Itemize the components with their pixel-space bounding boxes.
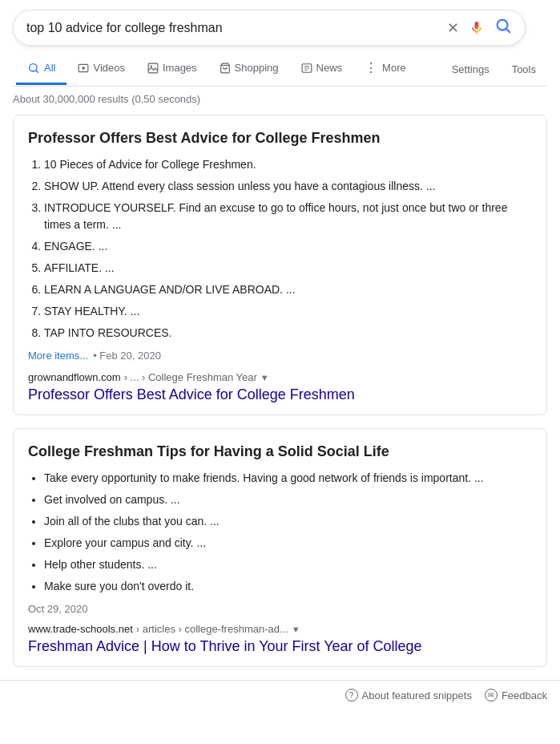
result-list-2: Take every opportunity to make friends. …: [28, 470, 532, 595]
about-snippets-item[interactable]: ? About featured snippets: [345, 689, 472, 702]
list-item: ENGAGE. ...: [44, 238, 532, 255]
list-item: STAY HEALTHY. ...: [44, 303, 532, 320]
more-items-link[interactable]: More items...: [28, 350, 88, 362]
tab-all[interactable]: All: [16, 54, 66, 85]
clear-icon[interactable]: ✕: [447, 19, 459, 37]
list-item: Join all of the clubs that you can. ...: [44, 513, 532, 530]
result-source-2: www.trade-schools.net › articles › colle…: [28, 623, 532, 635]
settings-link[interactable]: Settings: [444, 55, 498, 83]
list-item: Get involved on campus. ...: [44, 491, 532, 508]
main-content: Professor Offers Best Advice for College…: [0, 115, 560, 667]
tab-more[interactable]: ⋮ More: [353, 52, 417, 86]
question-icon: ?: [345, 689, 358, 702]
result-title-2: College Freshman Tips for Having a Solid…: [28, 443, 532, 460]
list-item: LEARN A LANGUAGE AND/OR LIVE ABROAD. ...: [44, 281, 532, 298]
tab-images[interactable]: Images: [136, 54, 208, 84]
results-info: About 30,000,000 results (0.50 seconds): [0, 87, 560, 115]
result-source-1: grownandflown.com › ... › College Freshm…: [28, 371, 532, 383]
svg-line-1: [506, 29, 510, 32]
list-item: 10 Pieces of Advice for College Freshmen…: [44, 156, 532, 173]
search-bar: ✕: [13, 10, 526, 46]
all-icon: [27, 62, 40, 75]
result-list-1: 10 Pieces of Advice for College Freshmen…: [28, 156, 532, 342]
svg-line-3: [36, 70, 38, 72]
source-arrow-1[interactable]: ▼: [260, 373, 269, 382]
nav-right: Settings Tools: [444, 55, 544, 83]
list-item: Explore your campus and city. ...: [44, 535, 532, 552]
result-date-2: Oct 29, 2020: [28, 603, 532, 615]
list-item: Help other students. ...: [44, 556, 532, 573]
footer: ? About featured snippets ✉ Feedback: [0, 680, 560, 710]
tab-videos[interactable]: Videos: [66, 54, 136, 84]
result-link-1[interactable]: Professor Offers Best Advice for College…: [28, 386, 355, 402]
source-domain-1: grownandflown.com: [28, 371, 121, 383]
result-card-1: Professor Offers Best Advice for College…: [13, 115, 547, 415]
svg-marker-5: [83, 66, 86, 70]
nav-tabs: All Videos Images Shopping: [13, 52, 547, 87]
tab-news[interactable]: News: [290, 54, 354, 84]
feedback-label: Feedback: [502, 689, 547, 702]
tools-link[interactable]: Tools: [504, 55, 544, 83]
more-items-date: • Feb 20, 2020: [93, 350, 161, 362]
svg-rect-6: [148, 63, 158, 73]
shopping-icon: [220, 63, 231, 74]
search-input[interactable]: [26, 21, 447, 35]
result-card-2: College Freshman Tips for Having a Solid…: [13, 428, 547, 667]
about-snippets-label: About featured snippets: [362, 689, 472, 702]
feedback-item[interactable]: ✉ Feedback: [485, 689, 547, 702]
list-item: TAP INTO RESOURCES.: [44, 325, 532, 342]
list-item: SHOW UP. Attend every class session unle…: [44, 178, 532, 195]
result-title-1: Professor Offers Best Advice for College…: [28, 130, 532, 147]
search-icons: ✕: [447, 17, 512, 38]
news-icon: [301, 63, 312, 74]
images-icon: [147, 63, 159, 74]
header: ✕: [0, 0, 560, 87]
tab-shopping[interactable]: Shopping: [208, 54, 290, 84]
microphone-icon[interactable]: [469, 20, 485, 36]
search-button[interactable]: [494, 17, 512, 38]
source-domain-2: www.trade-schools.net: [28, 623, 133, 635]
source-arrow-2[interactable]: ▼: [292, 625, 300, 634]
more-dots-icon: ⋮: [365, 60, 378, 75]
list-item: INTRODUCE YOURSELF. Find an excuse to go…: [44, 200, 532, 233]
list-item: Take every opportunity to make friends. …: [44, 470, 532, 487]
videos-icon: [78, 63, 89, 74]
source-path-2: › articles › college-freshman-ad...: [136, 623, 288, 635]
svg-point-7: [150, 65, 151, 67]
more-items-row: More items... • Feb 20, 2020: [28, 350, 532, 362]
result-link-2[interactable]: Freshman Advice | How to Thrive in Your …: [28, 638, 422, 654]
source-path-1: › ... › College Freshman Year: [124, 371, 257, 383]
feedback-icon: ✉: [485, 689, 498, 702]
list-item: Make sure you don't overdo it.: [44, 578, 532, 595]
list-item: AFFILIATE. ...: [44, 260, 532, 277]
